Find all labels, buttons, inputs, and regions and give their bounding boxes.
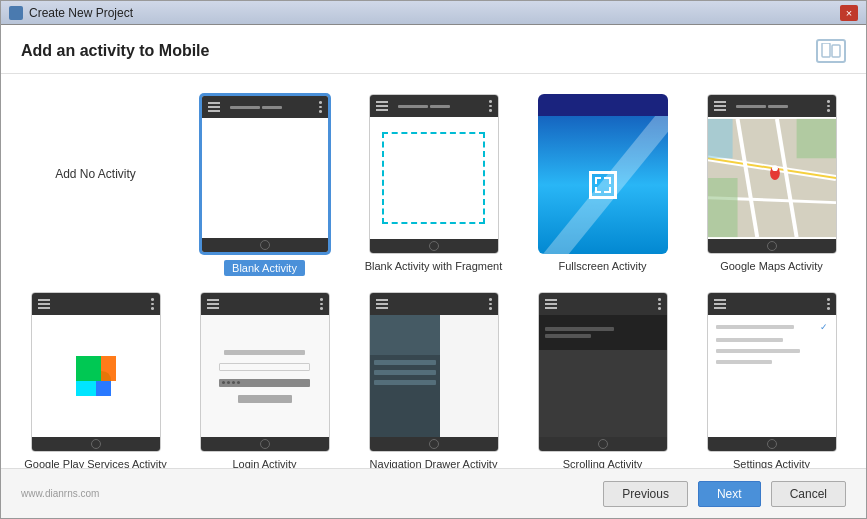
fragment-dots (489, 100, 492, 112)
scrolling-phone-body (539, 315, 667, 437)
settings-home-button (767, 439, 777, 449)
dot-2 (319, 106, 322, 109)
stml-2 (714, 303, 726, 305)
maps-card (707, 94, 837, 254)
wave-2 (262, 106, 282, 109)
fullscreen-body (538, 116, 668, 254)
scroll-dots (658, 298, 661, 310)
sr-text-3 (716, 349, 800, 353)
no-activity-label: Add No Activity (55, 167, 136, 181)
scrolling-card (538, 292, 668, 452)
play-menu-lines (38, 299, 50, 309)
menu-line-3 (208, 110, 220, 112)
p-dot-2 (227, 381, 230, 384)
blank-card (200, 94, 330, 254)
scroll-content-area (539, 350, 667, 437)
main-window: Create New Project × Add an activity to … (0, 0, 867, 519)
mml-1 (714, 101, 726, 103)
activity-scrolling[interactable]: Scrolling Activity (528, 292, 677, 468)
maps-waves (736, 105, 788, 108)
activities-container: Add No Activity (1, 74, 866, 468)
nav-phone-bottom (370, 437, 498, 451)
lml-1 (207, 299, 219, 301)
mw-1 (736, 105, 766, 108)
activity-navigation[interactable]: Navigation Drawer Activity (359, 292, 508, 468)
mml-2 (714, 105, 726, 107)
settings-label: Settings Activity (733, 458, 810, 468)
next-button[interactable]: Next (698, 481, 761, 507)
sr-check-1: ✓ (820, 323, 828, 331)
play-services-icon (66, 346, 126, 406)
nd-1 (489, 298, 492, 301)
mml-3 (714, 109, 726, 111)
navigation-label: Navigation Drawer Activity (370, 458, 498, 468)
std-1 (827, 298, 830, 301)
svg-rect-9 (708, 178, 738, 237)
activity-blank-fragment[interactable]: Blank Activity with Fragment (359, 94, 508, 272)
fragment-phone-topbar (370, 95, 498, 117)
md-2 (827, 105, 830, 108)
stml-1 (714, 299, 726, 301)
fd-1 (489, 100, 492, 103)
activity-maps[interactable]: Google Maps Activity (697, 94, 846, 272)
window-icon (9, 6, 23, 20)
std-2 (827, 303, 830, 306)
activity-fullscreen[interactable]: Fullscreen Activity (528, 94, 677, 272)
activity-blank[interactable]: Blank Activity (190, 94, 339, 276)
activity-play[interactable]: Google Play Services Activity (21, 292, 170, 468)
sml-3 (545, 307, 557, 309)
pd-1 (151, 298, 154, 301)
blank-phone-bottom (202, 238, 328, 252)
play-dots (151, 298, 154, 310)
expand-corner-br (604, 187, 611, 194)
pml-3 (38, 307, 50, 309)
activity-settings[interactable]: ✓ (697, 292, 846, 468)
sr-text-4 (716, 360, 772, 364)
nml-1 (376, 299, 388, 301)
home-button (260, 240, 270, 250)
nav-dots (489, 298, 492, 310)
fragment-phone-bottom (370, 239, 498, 253)
sd-3 (658, 307, 661, 310)
fw-2 (430, 105, 450, 108)
activity-login[interactable]: Login Activity (190, 292, 339, 468)
sml-2 (545, 303, 557, 305)
nav-item-3 (374, 380, 436, 385)
login-phone-body (201, 315, 329, 437)
close-button[interactable]: × (840, 5, 858, 21)
lml-2 (207, 303, 219, 305)
settings-phone-topbar (708, 293, 836, 315)
pd-3 (151, 307, 154, 310)
st-line-2 (545, 334, 591, 338)
nav-drawer-panel (370, 315, 440, 437)
dot-3 (319, 110, 322, 113)
scroll-phone-bottom (539, 437, 667, 451)
ld-2 (320, 303, 323, 306)
fd-2 (489, 105, 492, 108)
scroll-home-button (598, 439, 608, 449)
expand-corner-bl (595, 187, 602, 194)
svg-rect-11 (708, 119, 733, 158)
cancel-button[interactable]: Cancel (771, 481, 846, 507)
play-home-button (91, 439, 101, 449)
login-username-field (219, 363, 311, 371)
login-password-field (219, 379, 311, 387)
nav-item-2 (374, 370, 436, 375)
fml-3 (376, 109, 388, 111)
fragment-card (369, 94, 499, 254)
std-3 (827, 307, 830, 310)
fml-1 (376, 101, 388, 103)
previous-button[interactable]: Previous (603, 481, 688, 507)
activity-no-activity[interactable]: Add No Activity (21, 94, 170, 254)
nav-home-button (429, 439, 439, 449)
fullscreen-card (538, 94, 668, 254)
sr-text-2 (716, 338, 783, 342)
maps-phone-bottom (708, 239, 836, 253)
p-dot-1 (222, 381, 225, 384)
login-home-button (260, 439, 270, 449)
sr-text-1 (716, 325, 794, 329)
fullscreen-label: Fullscreen Activity (558, 260, 646, 272)
login-line-1 (224, 350, 305, 355)
nav-menu-lines (376, 299, 388, 309)
fragment-waves (398, 105, 450, 108)
